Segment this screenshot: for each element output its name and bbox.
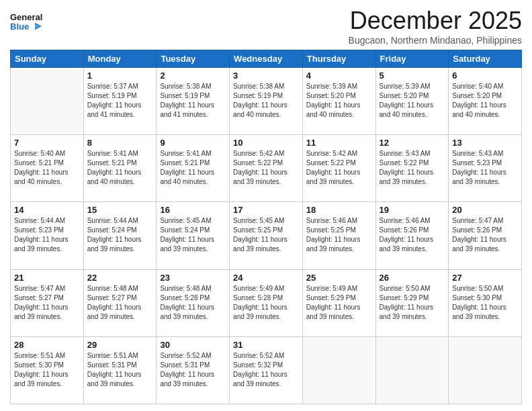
calendar-cell: 19Sunrise: 5:46 AMSunset: 5:26 PMDayligh… [375, 202, 449, 269]
calendar-cell: 21Sunrise: 5:47 AMSunset: 5:27 PMDayligh… [11, 269, 84, 336]
day-number: 17 [233, 205, 299, 215]
weekday-header-monday: Monday [83, 50, 157, 68]
day-number: 29 [87, 340, 153, 350]
day-number: 26 [380, 273, 445, 283]
weekday-header-saturday: Saturday [449, 50, 522, 68]
calendar-cell [449, 336, 522, 404]
day-info: Sunrise: 5:39 AMSunset: 5:20 PMDaylight:… [306, 82, 372, 120]
day-number: 15 [87, 205, 153, 215]
day-info: Sunrise: 5:49 AMSunset: 5:28 PMDaylight:… [233, 284, 299, 322]
day-info: Sunrise: 5:38 AMSunset: 5:19 PMDaylight:… [160, 82, 226, 120]
day-number: 10 [233, 138, 299, 148]
calendar-week-1: 1Sunrise: 5:37 AMSunset: 5:19 PMDaylight… [11, 68, 522, 135]
day-number: 8 [87, 138, 153, 148]
weekday-header-friday: Friday [375, 50, 449, 68]
calendar-cell: 3Sunrise: 5:38 AMSunset: 5:19 PMDaylight… [230, 68, 303, 135]
calendar-week-2: 7Sunrise: 5:40 AMSunset: 5:21 PMDaylight… [11, 135, 522, 202]
day-number: 18 [306, 205, 372, 215]
day-number: 6 [452, 71, 518, 81]
header: General Blue December 2025 Bugcaon, Nort… [10, 7, 522, 46]
calendar-cell [11, 68, 84, 135]
day-info: Sunrise: 5:52 AMSunset: 5:31 PMDaylight:… [160, 351, 226, 389]
calendar-cell: 15Sunrise: 5:44 AMSunset: 5:24 PMDayligh… [83, 202, 157, 269]
calendar-cell: 23Sunrise: 5:48 AMSunset: 5:28 PMDayligh… [157, 269, 230, 336]
calendar-cell [302, 336, 375, 404]
day-info: Sunrise: 5:49 AMSunset: 5:29 PMDaylight:… [306, 284, 372, 322]
calendar-cell: 8Sunrise: 5:41 AMSunset: 5:21 PMDaylight… [83, 135, 157, 202]
logo: General Blue [10, 7, 45, 35]
weekday-header-tuesday: Tuesday [157, 50, 230, 68]
calendar-cell: 11Sunrise: 5:42 AMSunset: 5:22 PMDayligh… [302, 135, 375, 202]
calendar-cell: 24Sunrise: 5:49 AMSunset: 5:28 PMDayligh… [230, 269, 303, 336]
calendar-cell: 10Sunrise: 5:42 AMSunset: 5:22 PMDayligh… [230, 135, 303, 202]
day-number: 30 [160, 340, 226, 350]
day-info: Sunrise: 5:48 AMSunset: 5:27 PMDaylight:… [87, 284, 153, 322]
calendar-cell: 16Sunrise: 5:45 AMSunset: 5:24 PMDayligh… [157, 202, 230, 269]
calendar-cell: 29Sunrise: 5:51 AMSunset: 5:31 PMDayligh… [83, 336, 157, 404]
day-number: 31 [233, 340, 299, 350]
logo-icon: General Blue [10, 9, 45, 35]
day-info: Sunrise: 5:39 AMSunset: 5:20 PMDaylight:… [380, 82, 445, 120]
calendar-cell: 7Sunrise: 5:40 AMSunset: 5:21 PMDaylight… [11, 135, 84, 202]
day-number: 11 [306, 138, 372, 148]
weekday-header-wednesday: Wednesday [230, 50, 303, 68]
calendar-cell: 14Sunrise: 5:44 AMSunset: 5:23 PMDayligh… [11, 202, 84, 269]
day-number: 13 [452, 138, 518, 148]
calendar-cell: 4Sunrise: 5:39 AMSunset: 5:20 PMDaylight… [302, 68, 375, 135]
day-info: Sunrise: 5:52 AMSunset: 5:32 PMDaylight:… [233, 351, 299, 389]
calendar-cell: 5Sunrise: 5:39 AMSunset: 5:20 PMDaylight… [375, 68, 449, 135]
day-number: 27 [452, 273, 518, 283]
day-number: 21 [14, 273, 80, 283]
day-number: 24 [233, 273, 299, 283]
day-info: Sunrise: 5:41 AMSunset: 5:21 PMDaylight:… [160, 149, 226, 187]
day-info: Sunrise: 5:50 AMSunset: 5:30 PMDaylight:… [452, 284, 518, 322]
day-info: Sunrise: 5:41 AMSunset: 5:21 PMDaylight:… [87, 149, 153, 187]
day-number: 16 [160, 205, 226, 215]
day-number: 7 [14, 138, 80, 148]
calendar-cell: 22Sunrise: 5:48 AMSunset: 5:27 PMDayligh… [83, 269, 157, 336]
calendar-cell: 12Sunrise: 5:43 AMSunset: 5:22 PMDayligh… [375, 135, 449, 202]
day-number: 3 [233, 71, 299, 81]
day-info: Sunrise: 5:51 AMSunset: 5:30 PMDaylight:… [14, 351, 80, 389]
day-info: Sunrise: 5:44 AMSunset: 5:23 PMDaylight:… [14, 216, 80, 254]
calendar-cell: 26Sunrise: 5:50 AMSunset: 5:29 PMDayligh… [375, 269, 449, 336]
calendar-cell: 28Sunrise: 5:51 AMSunset: 5:30 PMDayligh… [11, 336, 84, 404]
calendar-cell: 31Sunrise: 5:52 AMSunset: 5:32 PMDayligh… [230, 336, 303, 404]
day-number: 14 [14, 205, 80, 215]
day-info: Sunrise: 5:43 AMSunset: 5:23 PMDaylight:… [452, 149, 518, 187]
day-info: Sunrise: 5:48 AMSunset: 5:28 PMDaylight:… [160, 284, 226, 322]
calendar-cell: 25Sunrise: 5:49 AMSunset: 5:29 PMDayligh… [302, 269, 375, 336]
day-number: 1 [87, 71, 153, 81]
weekday-header-row: SundayMondayTuesdayWednesdayThursdayFrid… [11, 50, 522, 68]
day-info: Sunrise: 5:51 AMSunset: 5:31 PMDaylight:… [87, 351, 153, 389]
day-info: Sunrise: 5:47 AMSunset: 5:26 PMDaylight:… [452, 216, 518, 254]
calendar-table: SundayMondayTuesdayWednesdayThursdayFrid… [10, 50, 522, 404]
calendar-cell: 30Sunrise: 5:52 AMSunset: 5:31 PMDayligh… [157, 336, 230, 404]
day-info: Sunrise: 5:38 AMSunset: 5:19 PMDaylight:… [233, 82, 299, 120]
day-info: Sunrise: 5:40 AMSunset: 5:21 PMDaylight:… [14, 149, 80, 187]
day-number: 20 [452, 205, 518, 215]
day-info: Sunrise: 5:43 AMSunset: 5:22 PMDaylight:… [380, 149, 445, 187]
calendar-cell: 9Sunrise: 5:41 AMSunset: 5:21 PMDaylight… [157, 135, 230, 202]
day-info: Sunrise: 5:45 AMSunset: 5:24 PMDaylight:… [160, 216, 226, 254]
weekday-header-sunday: Sunday [11, 50, 84, 68]
calendar-cell [375, 336, 449, 404]
day-number: 4 [306, 71, 372, 81]
day-info: Sunrise: 5:46 AMSunset: 5:25 PMDaylight:… [306, 216, 372, 254]
weekday-header-thursday: Thursday [302, 50, 375, 68]
calendar-cell: 17Sunrise: 5:45 AMSunset: 5:25 PMDayligh… [230, 202, 303, 269]
calendar-cell: 18Sunrise: 5:46 AMSunset: 5:25 PMDayligh… [302, 202, 375, 269]
svg-text:General: General [10, 12, 42, 22]
day-number: 22 [87, 273, 153, 283]
day-info: Sunrise: 5:42 AMSunset: 5:22 PMDaylight:… [233, 149, 299, 187]
day-info: Sunrise: 5:50 AMSunset: 5:29 PMDaylight:… [380, 284, 445, 322]
calendar-week-3: 14Sunrise: 5:44 AMSunset: 5:23 PMDayligh… [11, 202, 522, 269]
day-number: 23 [160, 273, 226, 283]
day-info: Sunrise: 5:42 AMSunset: 5:22 PMDaylight:… [306, 149, 372, 187]
day-number: 28 [14, 340, 80, 350]
calendar-cell: 27Sunrise: 5:50 AMSunset: 5:30 PMDayligh… [449, 269, 522, 336]
day-number: 12 [380, 138, 445, 148]
day-number: 9 [160, 138, 226, 148]
day-info: Sunrise: 5:45 AMSunset: 5:25 PMDaylight:… [233, 216, 299, 254]
calendar-week-4: 21Sunrise: 5:47 AMSunset: 5:27 PMDayligh… [11, 269, 522, 336]
